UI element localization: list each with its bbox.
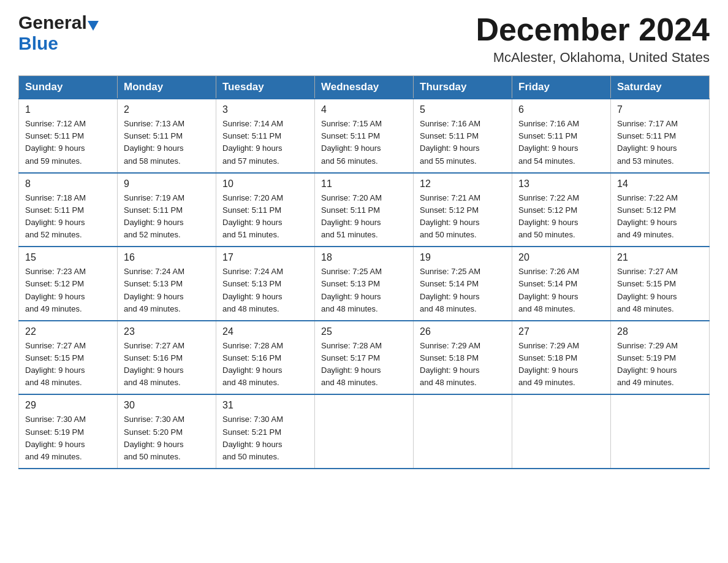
day-info: Sunrise: 7:27 AMSunset: 5:16 PMDaylight:… <box>124 340 210 389</box>
calendar-week-row: 1 Sunrise: 7:12 AMSunset: 5:11 PMDayligh… <box>19 99 710 173</box>
calendar-cell: 8 Sunrise: 7:18 AMSunset: 5:11 PMDayligh… <box>19 173 118 247</box>
month-title: December 2024 <box>476 12 710 47</box>
calendar-week-row: 29 Sunrise: 7:30 AMSunset: 5:19 PMDaylig… <box>19 394 710 469</box>
day-number: 5 <box>420 104 506 115</box>
calendar-cell: 26 Sunrise: 7:29 AMSunset: 5:18 PMDaylig… <box>414 321 512 395</box>
day-number: 27 <box>518 326 604 337</box>
day-number: 1 <box>25 104 111 115</box>
calendar-table: SundayMondayTuesdayWednesdayThursdayFrid… <box>18 75 710 469</box>
calendar-cell: 2 Sunrise: 7:13 AMSunset: 5:11 PMDayligh… <box>118 99 216 173</box>
day-number: 8 <box>25 178 111 190</box>
day-info: Sunrise: 7:17 AMSunset: 5:11 PMDaylight:… <box>617 118 703 167</box>
day-info: Sunrise: 7:25 AMSunset: 5:13 PMDaylight:… <box>321 266 407 315</box>
calendar-cell: 20 Sunrise: 7:26 AMSunset: 5:14 PMDaylig… <box>512 247 611 321</box>
calendar-cell: 19 Sunrise: 7:25 AMSunset: 5:14 PMDaylig… <box>414 247 512 321</box>
day-info: Sunrise: 7:16 AMSunset: 5:11 PMDaylight:… <box>420 118 506 167</box>
day-info: Sunrise: 7:20 AMSunset: 5:11 PMDaylight:… <box>321 192 407 242</box>
calendar-cell: 15 Sunrise: 7:23 AMSunset: 5:12 PMDaylig… <box>19 247 118 321</box>
day-info: Sunrise: 7:16 AMSunset: 5:11 PMDaylight:… <box>518 118 604 167</box>
location-subtitle: McAlester, Oklahoma, United States <box>476 50 710 66</box>
day-number: 16 <box>124 252 210 263</box>
col-header-wednesday: Wednesday <box>315 76 414 99</box>
calendar-week-row: 22 Sunrise: 7:27 AMSunset: 5:15 PMDaylig… <box>19 321 710 395</box>
calendar-cell <box>512 394 611 469</box>
calendar-cell: 28 Sunrise: 7:29 AMSunset: 5:19 PMDaylig… <box>611 321 710 395</box>
day-info: Sunrise: 7:29 AMSunset: 5:18 PMDaylight:… <box>420 340 506 389</box>
logo-triangle-icon <box>88 21 99 31</box>
calendar-cell: 24 Sunrise: 7:28 AMSunset: 5:16 PMDaylig… <box>216 321 315 395</box>
day-info: Sunrise: 7:23 AMSunset: 5:12 PMDaylight:… <box>25 266 111 315</box>
day-info: Sunrise: 7:25 AMSunset: 5:14 PMDaylight:… <box>420 266 506 315</box>
calendar-cell: 5 Sunrise: 7:16 AMSunset: 5:11 PMDayligh… <box>414 99 512 173</box>
day-info: Sunrise: 7:27 AMSunset: 5:15 PMDaylight:… <box>617 266 703 315</box>
day-info: Sunrise: 7:28 AMSunset: 5:17 PMDaylight:… <box>321 340 407 389</box>
day-number: 7 <box>617 104 703 115</box>
day-number: 24 <box>222 326 308 337</box>
calendar-cell: 31 Sunrise: 7:30 AMSunset: 5:21 PMDaylig… <box>216 394 315 469</box>
page-header: General Blue December 2024 McAlester, Ok… <box>18 12 710 66</box>
calendar-cell: 10 Sunrise: 7:20 AMSunset: 5:11 PMDaylig… <box>216 173 315 247</box>
day-number: 31 <box>222 400 308 411</box>
day-number: 30 <box>124 400 210 411</box>
day-info: Sunrise: 7:14 AMSunset: 5:11 PMDaylight:… <box>222 118 308 167</box>
calendar-cell: 25 Sunrise: 7:28 AMSunset: 5:17 PMDaylig… <box>315 321 414 395</box>
day-number: 29 <box>25 400 111 411</box>
logo: General Blue <box>18 12 99 54</box>
calendar-header-row: SundayMondayTuesdayWednesdayThursdayFrid… <box>19 76 710 99</box>
calendar-week-row: 8 Sunrise: 7:18 AMSunset: 5:11 PMDayligh… <box>19 173 710 247</box>
day-number: 28 <box>617 326 703 337</box>
day-number: 3 <box>222 104 308 115</box>
calendar-cell: 16 Sunrise: 7:24 AMSunset: 5:13 PMDaylig… <box>118 247 216 321</box>
col-header-sunday: Sunday <box>19 76 118 99</box>
calendar-cell: 4 Sunrise: 7:15 AMSunset: 5:11 PMDayligh… <box>315 99 414 173</box>
day-number: 23 <box>124 326 210 337</box>
calendar-cell: 22 Sunrise: 7:27 AMSunset: 5:15 PMDaylig… <box>19 321 118 395</box>
calendar-cell: 9 Sunrise: 7:19 AMSunset: 5:11 PMDayligh… <box>118 173 216 247</box>
day-info: Sunrise: 7:22 AMSunset: 5:12 PMDaylight:… <box>617 192 703 242</box>
day-number: 18 <box>321 252 407 263</box>
day-info: Sunrise: 7:15 AMSunset: 5:11 PMDaylight:… <box>321 118 407 167</box>
day-number: 4 <box>321 104 407 115</box>
day-number: 25 <box>321 326 407 337</box>
calendar-cell: 3 Sunrise: 7:14 AMSunset: 5:11 PMDayligh… <box>216 99 315 173</box>
calendar-cell: 1 Sunrise: 7:12 AMSunset: 5:11 PMDayligh… <box>19 99 118 173</box>
calendar-cell: 13 Sunrise: 7:22 AMSunset: 5:12 PMDaylig… <box>512 173 611 247</box>
calendar-cell <box>611 394 710 469</box>
day-number: 17 <box>222 252 308 263</box>
col-header-friday: Friday <box>512 76 611 99</box>
day-info: Sunrise: 7:13 AMSunset: 5:11 PMDaylight:… <box>124 118 210 167</box>
day-number: 20 <box>518 252 604 263</box>
day-info: Sunrise: 7:30 AMSunset: 5:19 PMDaylight:… <box>25 413 111 463</box>
title-area: December 2024 McAlester, Oklahoma, Unite… <box>476 12 710 66</box>
day-info: Sunrise: 7:29 AMSunset: 5:19 PMDaylight:… <box>617 340 703 389</box>
calendar-cell: 11 Sunrise: 7:20 AMSunset: 5:11 PMDaylig… <box>315 173 414 247</box>
calendar-cell: 23 Sunrise: 7:27 AMSunset: 5:16 PMDaylig… <box>118 321 216 395</box>
calendar-week-row: 15 Sunrise: 7:23 AMSunset: 5:12 PMDaylig… <box>19 247 710 321</box>
day-info: Sunrise: 7:27 AMSunset: 5:15 PMDaylight:… <box>25 340 111 389</box>
logo-blue-text: Blue <box>18 33 58 53</box>
calendar-cell: 17 Sunrise: 7:24 AMSunset: 5:13 PMDaylig… <box>216 247 315 321</box>
day-info: Sunrise: 7:28 AMSunset: 5:16 PMDaylight:… <box>222 340 308 389</box>
col-header-tuesday: Tuesday <box>216 76 315 99</box>
day-info: Sunrise: 7:20 AMSunset: 5:11 PMDaylight:… <box>222 192 308 242</box>
day-info: Sunrise: 7:12 AMSunset: 5:11 PMDaylight:… <box>25 118 111 167</box>
day-info: Sunrise: 7:24 AMSunset: 5:13 PMDaylight:… <box>222 266 308 315</box>
day-number: 19 <box>420 252 506 263</box>
day-info: Sunrise: 7:30 AMSunset: 5:21 PMDaylight:… <box>222 413 308 463</box>
day-number: 21 <box>617 252 703 263</box>
day-info: Sunrise: 7:30 AMSunset: 5:20 PMDaylight:… <box>124 413 210 463</box>
calendar-cell <box>414 394 512 469</box>
day-info: Sunrise: 7:22 AMSunset: 5:12 PMDaylight:… <box>518 192 604 242</box>
day-number: 6 <box>518 104 604 115</box>
col-header-thursday: Thursday <box>414 76 512 99</box>
day-info: Sunrise: 7:19 AMSunset: 5:11 PMDaylight:… <box>124 192 210 242</box>
day-number: 13 <box>518 178 604 190</box>
day-info: Sunrise: 7:21 AMSunset: 5:12 PMDaylight:… <box>420 192 506 242</box>
logo-general-text: General <box>18 12 87 33</box>
calendar-cell: 6 Sunrise: 7:16 AMSunset: 5:11 PMDayligh… <box>512 99 611 173</box>
day-number: 26 <box>420 326 506 337</box>
day-number: 11 <box>321 178 407 190</box>
day-number: 9 <box>124 178 210 190</box>
day-number: 14 <box>617 178 703 190</box>
col-header-monday: Monday <box>118 76 216 99</box>
